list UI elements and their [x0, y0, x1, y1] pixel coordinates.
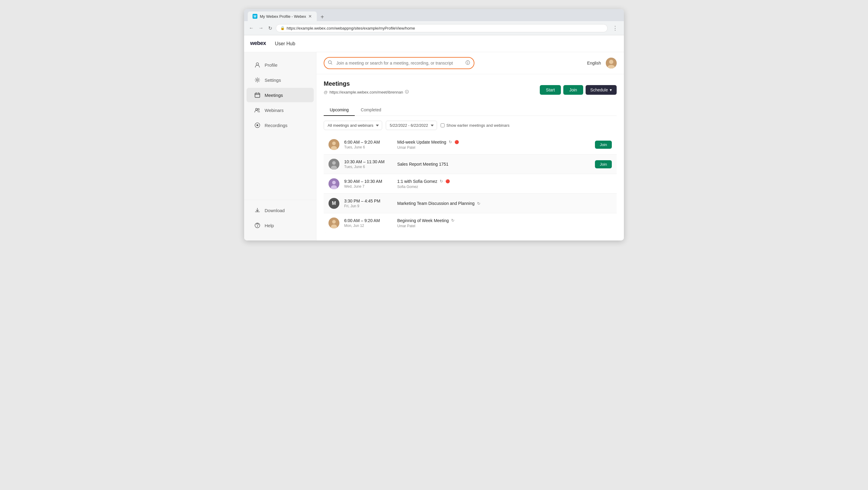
schedule-meeting-button[interactable]: Schedule ▾	[586, 85, 617, 95]
meeting-avatar-5	[329, 218, 339, 228]
sidebar-item-settings[interactable]: Settings	[247, 73, 314, 87]
app-container: webex User Hub Profile	[244, 35, 624, 240]
meeting-date-1: Tues, June 6	[344, 145, 393, 149]
svg-point-5	[258, 109, 259, 110]
meeting-name-row-4: Marketing Team Discussion and Planning ↻	[397, 201, 612, 206]
meetings-tabs: Upcoming Completed	[324, 105, 617, 116]
meeting-info-5: Beginning of Week Meeting ↻ Umar Patel	[397, 218, 612, 228]
download-icon	[254, 207, 261, 214]
new-tab-button[interactable]: +	[318, 13, 327, 21]
svg-point-2	[256, 79, 258, 81]
lock-icon: 🔒	[280, 26, 285, 30]
address-bar-input[interactable]: 🔒 https://example.webex.com/webappng/sit…	[276, 24, 608, 32]
meeting-time-main-4: 3:30 PM – 4:45 PM	[344, 199, 393, 203]
browser-menu-button[interactable]: ⋮	[610, 24, 620, 33]
svg-point-27	[332, 220, 336, 224]
reload-button[interactable]: ↻	[267, 24, 273, 32]
tab-close-button[interactable]: ✕	[308, 14, 312, 19]
table-row: 6:00 AM – 9:20 AM Tues, June 6 Mid-week …	[324, 135, 617, 154]
link-icon: @	[324, 90, 328, 94]
webex-logo: webex	[250, 39, 271, 48]
search-bar	[324, 57, 474, 69]
gear-icon	[254, 76, 261, 84]
meeting-info-3: 1:1 with Sofia Gomez ↻ 🔴 Sofia Gomez	[397, 179, 612, 189]
meeting-type-filter[interactable]: All meetings and webinars	[324, 121, 382, 130]
join-button-2[interactable]: Join	[595, 160, 612, 168]
search-icon	[328, 60, 333, 66]
sidebar-download-label: Download	[265, 208, 285, 213]
meeting-title-4: Marketing Team Discussion and Planning	[397, 201, 475, 206]
meetings-title: Meetings	[324, 80, 409, 87]
meeting-name-row-1: Mid-week Update Meeting ↻ 🔴	[397, 140, 590, 145]
meeting-link-row: @ https://example.webex.com/meet/ibrenna…	[324, 90, 409, 95]
start-meeting-button[interactable]: Start	[540, 85, 561, 95]
meeting-info-2: Sales Report Meeting 1751	[397, 162, 590, 167]
meeting-title-3: 1:1 with Sofia Gomez	[397, 179, 437, 184]
sidebar-item-recordings[interactable]: Recordings	[247, 118, 314, 133]
join-button-1[interactable]: Join	[595, 141, 612, 149]
meeting-time-main-2: 10:30 AM – 11:30 AM	[344, 159, 393, 164]
browser-window: W My Webex Profile - Webex ✕ + ← → ↻ 🔒 h…	[244, 9, 624, 240]
browser-tab-active[interactable]: W My Webex Profile - Webex ✕	[248, 11, 317, 21]
table-row: 6:00 AM – 9:20 AM Mon, Jun 12 Beginning …	[324, 213, 617, 233]
meeting-time-1: 6:00 AM – 9:20 AM Tues, June 6	[344, 140, 393, 149]
filters-row: All meetings and webinars 5/22/2022 - 6/…	[324, 121, 617, 130]
sidebar-item-profile[interactable]: Profile	[247, 58, 314, 72]
meeting-date-4: Fri, Jun 9	[344, 204, 393, 208]
meeting-title-2: Sales Report Meeting 1751	[397, 162, 448, 167]
meeting-avatar-2	[329, 159, 339, 170]
sidebar-item-webinars[interactable]: Webinars	[247, 103, 314, 117]
forward-button[interactable]: →	[257, 24, 265, 32]
info-icon[interactable]	[465, 60, 470, 66]
meeting-title-1: Mid-week Update Meeting	[397, 140, 446, 145]
tab-upcoming[interactable]: Upcoming	[324, 105, 355, 116]
meeting-name-row-5: Beginning of Week Meeting ↻	[397, 218, 612, 223]
header-right: English	[587, 58, 617, 68]
app-layout: Profile Settings Meetings	[244, 52, 624, 240]
meeting-info-4: Marketing Team Discussion and Planning ↻	[397, 201, 612, 206]
alert-icon-3: 🔴	[445, 179, 450, 183]
alert-icon-1: 🔴	[455, 140, 459, 144]
meeting-info-1: Mid-week Update Meeting ↻ 🔴 Umar Patel	[397, 140, 590, 150]
hub-label: User Hub	[275, 41, 296, 47]
meetings-actions: Start Join Schedule ▾	[540, 85, 617, 95]
sidebar: Profile Settings Meetings	[244, 52, 316, 240]
main-content: English Meetings @	[316, 52, 624, 240]
svg-point-13	[609, 60, 613, 64]
meeting-host-5: Umar Patel	[397, 224, 612, 228]
show-earlier-label: Show earlier meetings and webinars	[446, 123, 510, 127]
sidebar-webinars-label: Webinars	[265, 108, 284, 113]
meeting-avatar-1	[329, 139, 339, 150]
meeting-url-info-icon[interactable]	[405, 90, 409, 95]
show-earlier-filter[interactable]: Show earlier meetings and webinars	[441, 123, 510, 127]
sidebar-recordings-label: Recordings	[265, 123, 287, 128]
app-header: webex User Hub	[244, 35, 624, 52]
help-icon	[254, 222, 261, 229]
user-avatar[interactable]	[606, 58, 617, 68]
show-earlier-checkbox[interactable]	[441, 123, 444, 127]
chevron-down-icon: ▾	[610, 87, 612, 92]
language-selector[interactable]: English	[587, 61, 601, 65]
sidebar-item-help[interactable]: Help	[247, 218, 314, 233]
recurrence-icon-4: ↻	[477, 201, 480, 206]
svg-text:webex: webex	[250, 40, 266, 46]
sidebar-settings-label: Settings	[265, 78, 281, 83]
meeting-time-5: 6:00 AM – 9:20 AM Mon, Jun 12	[344, 218, 393, 228]
browser-tab-bar: W My Webex Profile - Webex ✕ +	[244, 9, 624, 21]
sidebar-meetings-label: Meetings	[265, 93, 283, 98]
url-text: https://example.webex.com/webappng/sites…	[287, 26, 415, 30]
sidebar-item-meetings[interactable]: Meetings	[247, 88, 314, 102]
tab-completed[interactable]: Completed	[355, 105, 387, 116]
sidebar-item-download[interactable]: Download	[247, 203, 314, 218]
join-meeting-button[interactable]: Join	[563, 85, 583, 95]
meeting-date-2: Tues, June 6	[344, 165, 393, 169]
record-icon	[254, 122, 261, 129]
back-button[interactable]: ←	[248, 24, 255, 32]
tab-favicon: W	[253, 14, 257, 19]
svg-point-4	[255, 108, 257, 110]
date-range-filter[interactable]: 5/22/2022 - 6/22/2022	[386, 121, 437, 130]
meeting-list: 6:00 AM – 9:20 AM Tues, June 6 Mid-week …	[324, 135, 617, 233]
svg-rect-3	[255, 93, 260, 97]
search-input[interactable]	[324, 57, 474, 69]
meeting-time-4: 3:30 PM – 4:45 PM Fri, Jun 9	[344, 199, 393, 208]
